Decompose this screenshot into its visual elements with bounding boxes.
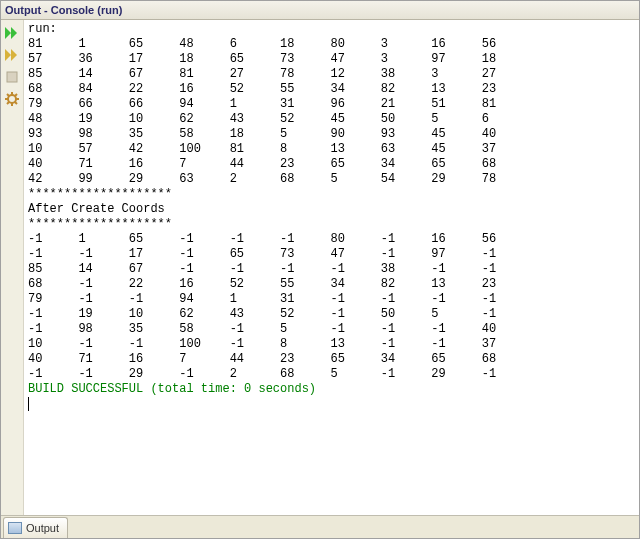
stop-button[interactable] [2,67,22,87]
panel-body: run: 81 1 65 48 6 18 80 3 16 56 57 36 17… [1,20,639,515]
svg-line-11 [15,102,17,104]
output-panel: Output - Console (run) [0,0,640,539]
output-tab-icon [8,522,22,534]
settings-button[interactable] [2,89,22,109]
console-output[interactable]: run: 81 1 65 48 6 18 80 3 16 56 57 36 17… [24,20,639,515]
double-play-icon [5,27,19,39]
panel-title-text: Output - Console (run) [5,4,122,16]
console-text: run: 81 1 65 48 6 18 80 3 16 56 57 36 17… [28,22,532,381]
svg-marker-1 [11,27,17,39]
svg-point-5 [8,95,16,103]
run-button[interactable] [2,45,22,65]
stop-icon [6,71,18,83]
gear-icon [5,92,19,106]
svg-marker-2 [5,49,11,61]
svg-line-13 [7,102,9,104]
svg-rect-4 [7,72,17,82]
svg-line-12 [15,94,17,96]
play-icon [5,49,19,61]
svg-marker-0 [5,27,11,39]
rerun-button[interactable] [2,23,22,43]
build-success-message: BUILD SUCCESSFUL (total time: 0 seconds) [28,382,316,396]
svg-marker-3 [11,49,17,61]
bottom-tab-bar: Output [1,515,639,538]
svg-line-10 [7,94,9,96]
text-cursor [28,397,29,411]
console-toolbar [1,20,24,515]
panel-title: Output - Console (run) [1,1,639,20]
output-tab[interactable]: Output [3,517,68,538]
output-tab-label: Output [26,518,59,538]
